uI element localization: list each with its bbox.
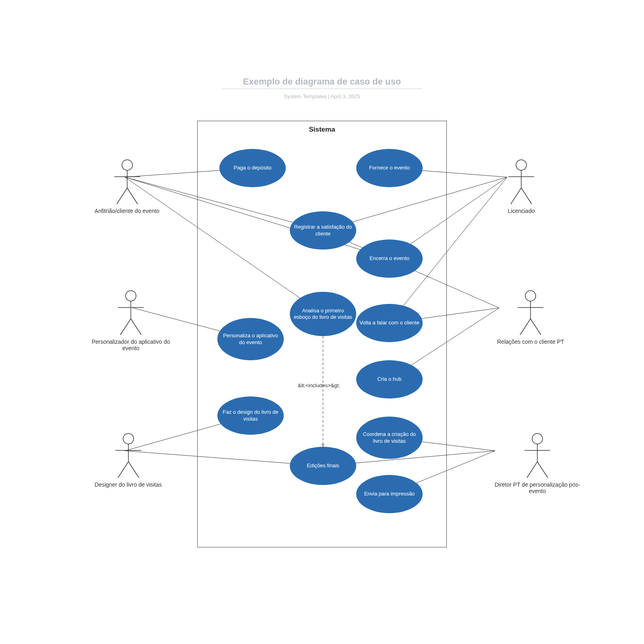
diagram-title: Exemplo de diagrama de caso de uso	[0, 76, 644, 87]
system-label: Sistema	[197, 126, 447, 134]
usecase-provide-event: Fornece o evento	[356, 149, 423, 187]
usecase-create-hub: Cria o hub	[356, 360, 423, 398]
subtitle-sep: |	[327, 93, 331, 99]
actor-customizer: Personalizador do aplicativo do evento	[87, 290, 175, 351]
stickfigure-icon	[115, 290, 147, 336]
svg-line-31	[118, 462, 128, 478]
usecase-followup: Volta a falar com o cliente	[356, 304, 423, 342]
usecase-review-draft: Analisa o primeiro esboço do livro de vi…	[290, 292, 356, 336]
stickfigure-icon	[111, 159, 143, 205]
stickfigure-icon	[505, 159, 537, 205]
actor-customizer-label: Personalizador do aplicativo do evento	[87, 339, 175, 351]
usecase-coord-book: Coordena a criação do livro de visitas	[356, 417, 423, 459]
stickfigure-icon	[514, 290, 547, 336]
usecase-customize-app: Personaliza o aplicativo do evento	[217, 318, 284, 360]
usecase-close-event: Encerra o evento	[356, 239, 423, 278]
actor-designer: Designer do livro de visitas	[95, 433, 162, 488]
actor-host-label: Anfitrião/cliente do evento	[95, 208, 159, 214]
svg-line-26	[120, 319, 131, 335]
actor-director: Diretor PT de personalização pós-evento	[493, 433, 582, 494]
usecase-design-book: Faz o design do livro de visitas	[217, 396, 284, 435]
svg-line-32	[128, 462, 139, 478]
actor-licensee: Licenciado	[505, 159, 537, 214]
svg-point-33	[516, 160, 526, 170]
actor-licensee-label: Licenciado	[505, 208, 537, 214]
subtitle-right: April 3, 2025	[330, 93, 360, 99]
svg-point-23	[126, 291, 136, 301]
usecase-pay-deposit: Paga o depósito	[219, 149, 286, 187]
svg-point-18	[122, 160, 132, 170]
usecase-register-satisfaction: Registrar a satisfação do cliente	[290, 211, 356, 250]
includes-label: &lt;<includes>&gt;	[298, 382, 340, 388]
usecase-send-print: Envia para impressão	[356, 475, 423, 513]
stickfigure-icon	[112, 433, 144, 479]
diagram-canvas: Exemplo de diagrama de caso de uso Syste…	[0, 0, 644, 644]
svg-line-27	[131, 319, 141, 335]
svg-line-46	[527, 462, 537, 478]
svg-point-43	[532, 433, 543, 444]
subtitle-left: System Templates	[284, 93, 327, 99]
svg-point-38	[525, 291, 536, 301]
svg-line-47	[537, 462, 548, 478]
actor-designer-label: Designer do livro de visitas	[95, 481, 162, 488]
title-underline	[221, 89, 423, 89]
actor-relations-label: Relações com o cliente PT	[497, 339, 564, 345]
svg-line-36	[511, 188, 521, 204]
svg-point-28	[123, 433, 134, 444]
diagram-subtitle: System Templates | April 3, 2025	[0, 93, 644, 99]
actor-relations: Relações com o cliente PT	[497, 290, 564, 345]
svg-line-22	[127, 188, 138, 204]
usecase-final-edits: Edições finais	[290, 447, 356, 485]
actor-host: Anfitrião/cliente do evento	[95, 159, 159, 214]
svg-line-21	[117, 188, 127, 204]
actor-director-label: Diretor PT de personalização pós-evento	[493, 481, 582, 494]
svg-line-42	[530, 319, 541, 335]
svg-line-41	[520, 319, 530, 335]
stickfigure-icon	[521, 433, 553, 479]
svg-line-37	[521, 188, 532, 204]
